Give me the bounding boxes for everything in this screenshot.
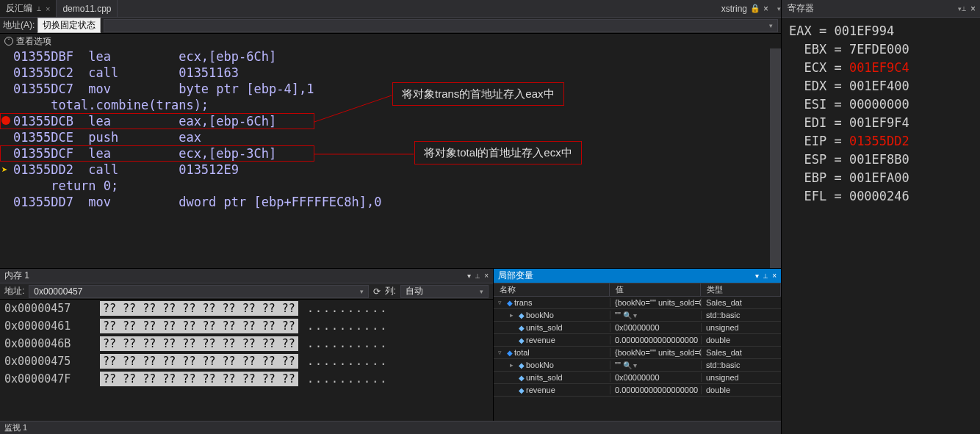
register-name: EBX =: [789, 42, 849, 57]
disassembly-listing[interactable]: 将对象trans的首地址存入eax中 将对象total的首地址存入ecx中 01…: [0, 48, 781, 268]
locals-row[interactable]: ▿◆trans{bookNo="" units_sold=0xSales_dat: [494, 297, 781, 309]
disasm-line[interactable]: 01355DCF lea ecx,[ebp-3Ch]: [13, 145, 780, 162]
memory-hex-view[interactable]: 0x00000457?? ?? ?? ?? ?? ?? ?? ?? ?? ??.…: [0, 300, 493, 421]
address-combo[interactable]: ▾: [104, 19, 778, 32]
disasm-line[interactable]: return 0;: [13, 178, 780, 194]
refresh-icon[interactable]: ⟳: [373, 286, 381, 297]
field-icon: ◆: [519, 386, 525, 394]
close-icon[interactable]: ×: [772, 272, 777, 280]
locals-type-cell: unsigned: [701, 373, 781, 382]
visualizer-picker-icon[interactable]: 🔍 ▾: [621, 311, 638, 319]
object-icon: ◆: [507, 299, 513, 307]
memory-address: 0x00000475: [0, 355, 96, 368]
register-name: EIP =: [789, 134, 849, 148]
disasm-line[interactable]: 01355DD2 call 013512E9➤: [13, 162, 780, 178]
locals-value-cell: "" 🔍 ▾: [610, 361, 701, 369]
register-line[interactable]: ESI = 00000000: [789, 95, 973, 114]
registers-list[interactable]: EAX = 001EF994 EBX = 7EFDE000 ECX = 001E…: [782, 18, 980, 434]
locals-type-cell: std::basic: [701, 361, 781, 369]
disasm-line[interactable]: 01355DCB lea eax,[ebp-6Ch]: [13, 113, 780, 129]
close-icon[interactable]: ×: [46, 4, 50, 13]
locals-row[interactable]: ◆revenue0.00000000000000000double: [494, 334, 781, 347]
memory-row[interactable]: 0x00000475?? ?? ?? ?? ?? ?? ?? ?? ?? ??.…: [0, 352, 493, 370]
memory-panel-title[interactable]: 内存 1 ▾ ⟂ ×: [0, 269, 493, 283]
register-line[interactable]: EDI = 001EF9F4: [789, 114, 973, 132]
breakpoint-icon[interactable]: [1, 116, 10, 125]
memory-ascii: ..........: [307, 372, 388, 386]
locals-header-type[interactable]: 类型: [701, 283, 781, 296]
disasm-tab-bar: 反汇编 ⟂ × demo11.cpp xstring 🔒 × ▾: [0, 0, 781, 18]
register-name: EDI =: [789, 115, 849, 130]
register-value: 00000246: [849, 189, 909, 203]
locals-tree[interactable]: ▿◆trans{bookNo="" units_sold=0xSales_dat…: [494, 297, 781, 421]
locals-header-value[interactable]: 值: [610, 283, 701, 296]
field-icon: ◆: [519, 336, 525, 344]
memory-hex-bytes: ?? ?? ?? ?? ?? ?? ?? ?? ?? ??: [100, 319, 298, 333]
chevron-down-icon[interactable]: ▾: [467, 272, 471, 280]
memory-row[interactable]: 0x0000046B?? ?? ?? ?? ?? ?? ?? ?? ?? ??.…: [0, 335, 493, 352]
register-line[interactable]: EBX = 7EFDE000: [789, 40, 973, 59]
visualizer-picker-icon[interactable]: 🔍 ▾: [621, 361, 638, 369]
memory-row[interactable]: 0x0000047F?? ?? ?? ?? ?? ?? ?? ?? ?? ??.…: [0, 370, 493, 388]
expand-icon[interactable]: ▸: [510, 361, 517, 369]
address-tooltip: 切换固定状态: [37, 18, 101, 33]
locals-row[interactable]: ◆revenue0.00000000000000000double: [494, 384, 781, 397]
close-icon[interactable]: ×: [763, 4, 768, 14]
memory-cols-select[interactable]: 自动 ▾: [400, 285, 489, 298]
memory-ascii: ..........: [307, 355, 388, 368]
watch-footer-tab[interactable]: 监视 1: [0, 421, 781, 434]
close-icon[interactable]: ×: [966, 4, 980, 14]
disasm-line[interactable]: total.combine(trans);: [13, 97, 780, 113]
memory-address: 0x0000046B: [0, 337, 96, 350]
view-options-row[interactable]: ˇ 查看选项: [0, 34, 781, 48]
register-value: 00000000: [849, 97, 909, 112]
locals-panel: 局部变量 ▾ ⟂ × 名称 值 类型 ▿◆trans{bookNo="" uni…: [494, 269, 781, 421]
expand-icon[interactable]: ▿: [498, 299, 505, 306]
register-name: EBP =: [789, 170, 849, 185]
tab-label: xstring: [721, 4, 747, 14]
current-line-arrow-icon: ➤: [1, 164, 7, 175]
disasm-line[interactable]: 01355DD7 mov dword ptr [ebp+FFFFFEC8h],0: [13, 194, 780, 210]
address-label: 地址(A):: [3, 19, 35, 32]
locals-panel-title[interactable]: 局部变量 ▾ ⟂ ×: [494, 269, 781, 283]
memory-row[interactable]: 0x00000461?? ?? ?? ?? ?? ?? ?? ?? ?? ??.…: [0, 317, 493, 335]
tab-xstring[interactable]: xstring 🔒 ×: [716, 4, 774, 14]
registers-panel: 寄存器 ▾ ⟂ × EAX = 001EF994 EBX = 7EFDE000 …: [781, 0, 980, 434]
register-line[interactable]: ECX = 001EF9C4: [789, 59, 973, 77]
pin-icon[interactable]: ⟂: [37, 4, 41, 12]
register-line[interactable]: EIP = 01355DD2: [789, 132, 973, 151]
locals-row[interactable]: ▿◆total{bookNo="" units_sold=0xSales_dat: [494, 347, 781, 359]
expand-icon[interactable]: ▸: [510, 311, 517, 319]
locals-var-name: revenue: [526, 386, 555, 394]
register-line[interactable]: EBP = 001EFA00: [789, 169, 973, 187]
pin-icon[interactable]: ⟂: [475, 272, 480, 280]
locals-row[interactable]: ◆units_sold0x00000000unsigned: [494, 372, 781, 384]
register-line[interactable]: ESP = 001EF8B0: [789, 151, 973, 169]
locals-var-name: bookNo: [526, 311, 554, 319]
register-line[interactable]: EFL = 00000246: [789, 187, 973, 206]
locals-row[interactable]: ▸◆bookNo"" 🔍 ▾std::basic: [494, 309, 781, 322]
memory-address-input[interactable]: 0x00000457 ▾: [29, 285, 368, 298]
disasm-line[interactable]: 01355DC2 call 01351163: [13, 65, 780, 81]
register-line[interactable]: EAX = 001EF994: [789, 22, 973, 40]
close-icon[interactable]: ×: [484, 272, 489, 280]
disasm-line[interactable]: 01355DCE push eax: [13, 129, 780, 145]
register-name: ESP =: [789, 152, 849, 167]
locals-row[interactable]: ◆units_sold0x00000000unsigned: [494, 322, 781, 334]
pin-icon[interactable]: ⟂: [763, 272, 768, 280]
tab-disasm[interactable]: 反汇编 ⟂ ×: [0, 0, 57, 17]
locals-header-name[interactable]: 名称: [494, 283, 610, 296]
field-icon: ◆: [519, 324, 525, 332]
register-line[interactable]: EDX = 001EF400: [789, 77, 973, 95]
chevron-down-icon[interactable]: ▾: [755, 272, 759, 280]
tab-source-file[interactable]: demo11.cpp: [57, 0, 118, 17]
locals-var-name: revenue: [526, 336, 555, 344]
disasm-line[interactable]: 01355DBF lea ecx,[ebp-6Ch]: [13, 48, 780, 65]
registers-title-bar[interactable]: 寄存器 ▾ ⟂ ×: [782, 0, 980, 18]
locals-name-cell: ◆units_sold: [494, 323, 610, 332]
expand-icon[interactable]: ▿: [498, 349, 505, 356]
locals-row[interactable]: ▸◆bookNo"" 🔍 ▾std::basic: [494, 359, 781, 372]
memory-row[interactable]: 0x00000457?? ?? ?? ?? ?? ?? ?? ?? ?? ??.…: [0, 300, 493, 317]
disasm-line[interactable]: 01355DC7 mov byte ptr [ebp-4],1: [13, 81, 780, 97]
expand-options-icon[interactable]: ˇ: [4, 37, 13, 46]
